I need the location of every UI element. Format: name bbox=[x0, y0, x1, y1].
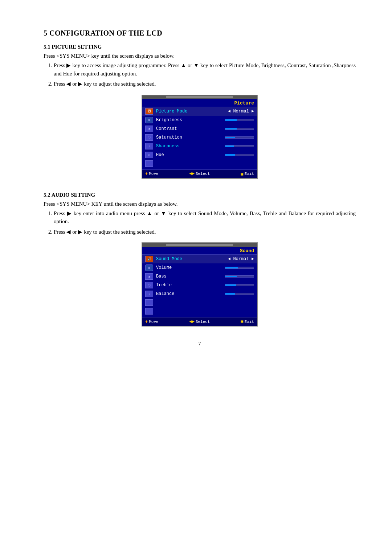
audio-osd-title: Sound bbox=[142, 247, 257, 255]
section-5: 5 CONFIGURATION OF THE LCD 5.1 PICTURE S… bbox=[44, 29, 356, 327]
audio-instruction-a: Press ▶ key enter into audio menu press … bbox=[54, 209, 356, 226]
select-icon: ◄► bbox=[189, 171, 194, 176]
move-icon: ♦ bbox=[145, 171, 148, 176]
audio-select-label: Select bbox=[196, 320, 210, 324]
osd-icon-brightness: ✿ bbox=[145, 117, 153, 123]
audio-osd-top-bar bbox=[142, 243, 257, 247]
osd-slider-volume bbox=[225, 267, 254, 269]
picture-instruction-a: Press ▶ key to access image adjusting pr… bbox=[54, 61, 356, 78]
osd-icon-spacer bbox=[145, 160, 153, 167]
section-title: 5 CONFIGURATION OF THE LCD bbox=[44, 29, 356, 37]
osd-row-contrast: ◑ Contrast bbox=[142, 124, 257, 133]
osd-slider-bass bbox=[225, 275, 254, 278]
subsection-52: 5.2 AUDIO SETTING Press <SYS MENU> KEY u… bbox=[44, 192, 356, 327]
osd-label-balance: Balance bbox=[156, 291, 225, 296]
osd-slider-track-treble bbox=[225, 284, 254, 286]
osd-slider-fill-balance bbox=[225, 293, 235, 295]
audio-osd-icon-spacer1 bbox=[145, 299, 153, 306]
osd-label-bass: Bass bbox=[156, 274, 225, 279]
osd-slider-hue bbox=[225, 154, 254, 156]
osd-slider-treble bbox=[225, 284, 254, 286]
audio-exit-label: Exit bbox=[245, 320, 254, 324]
osd-label-brightness: Brightness bbox=[156, 118, 225, 123]
picture-instruction-b: Press ◀ or ▶ key to adjust the setting s… bbox=[54, 80, 356, 88]
osd-row-volume: ✿ Volume bbox=[142, 263, 257, 272]
audio-osd-bottom-select: ◄► Select bbox=[189, 319, 210, 324]
osd-top-bar-inner bbox=[166, 96, 233, 98]
osd-slider-saturation bbox=[225, 136, 254, 139]
osd-icon-balance: ✦ bbox=[145, 291, 153, 297]
audio-instruction-b: Press ◀ or ▶ key to adjust the setting s… bbox=[54, 228, 356, 236]
osd-slider-track-hue bbox=[225, 154, 254, 156]
exit-label: Exit bbox=[245, 172, 254, 176]
osd-slider-fill-volume bbox=[225, 267, 238, 268]
osd-slider-balance bbox=[225, 293, 254, 295]
osd-bottom-exit: ▣ Exit bbox=[241, 171, 254, 177]
osd-icon-sharpness: ✦ bbox=[145, 143, 153, 149]
audio-osd-bottom-exit: ▣ Exit bbox=[241, 319, 254, 324]
audio-osd-top-bar-inner bbox=[166, 244, 233, 246]
osd-slider-contrast bbox=[225, 128, 254, 130]
osd-label-hue: Hue bbox=[156, 152, 225, 157]
osd-row-saturation: ⬡ Saturation bbox=[142, 133, 257, 142]
osd-label-sound-mode: Sound Mode bbox=[156, 257, 228, 262]
osd-slider-track-saturation bbox=[225, 136, 254, 139]
osd-icon-sound: 🔊 bbox=[145, 256, 153, 262]
picture-instructions: Press ▶ key to access image adjusting pr… bbox=[54, 61, 356, 88]
osd-label-sharpness: Sharpness bbox=[156, 144, 225, 149]
osd-spacer-row bbox=[142, 159, 257, 168]
osd-slider-track-bass bbox=[225, 275, 254, 278]
osd-slider-fill-brightness bbox=[225, 119, 237, 121]
audio-spacer-row-1 bbox=[142, 298, 257, 307]
osd-row-balance: ✦ Balance bbox=[142, 290, 257, 298]
osd-slider-fill-bass bbox=[225, 276, 237, 277]
subsection-52-title: 5.2 AUDIO SETTING bbox=[44, 192, 356, 198]
audio-move-icon: ♦ bbox=[145, 319, 148, 324]
subsection-51-title: 5.1 PICTURE SETTING bbox=[44, 44, 356, 50]
osd-slider-track-sharpness bbox=[225, 145, 254, 147]
osd-bottom-move: ♦ Move bbox=[145, 171, 159, 176]
audio-instructions: Press ▶ key enter into audio menu press … bbox=[54, 209, 356, 236]
osd-icon-treble: ⬡ bbox=[145, 282, 153, 288]
audio-osd-screen: Sound 🔊 Sound Mode ◄ Normal ► ✿ Volume bbox=[142, 242, 258, 327]
osd-slider-brightness bbox=[225, 119, 254, 121]
audio-osd-bottom-move: ♦ Move bbox=[145, 319, 159, 324]
osd-slider-track-contrast bbox=[225, 128, 254, 130]
audio-intro: Press <SYS MENU> KEY until the screen di… bbox=[44, 201, 356, 207]
audio-osd-container: Sound 🔊 Sound Mode ◄ Normal ► ✿ Volume bbox=[44, 242, 356, 327]
osd-row-brightness: ✿ Brightness bbox=[142, 116, 257, 124]
osd-slider-sharpness bbox=[225, 145, 254, 147]
osd-slider-fill-saturation bbox=[225, 137, 235, 138]
osd-slider-fill-hue bbox=[225, 154, 235, 156]
osd-label-treble: Treble bbox=[156, 283, 225, 288]
osd-bottom-select: ◄► Select bbox=[189, 171, 210, 176]
osd-slider-track-brightness bbox=[225, 119, 254, 121]
osd-label-volume: Volume bbox=[156, 265, 225, 270]
osd-slider-fill-treble bbox=[225, 284, 236, 286]
osd-slider-track-balance bbox=[225, 293, 254, 295]
audio-select-icon: ◄► bbox=[189, 319, 194, 324]
page-number: 7 bbox=[44, 341, 356, 347]
osd-label-saturation: Saturation bbox=[156, 135, 225, 140]
osd-top-bar bbox=[142, 95, 257, 99]
osd-row-picture-mode: 🖼 Picture Mode ◄ Normal ► bbox=[142, 107, 257, 116]
osd-value-sound-mode: ◄ Normal ► bbox=[228, 257, 254, 262]
osd-icon-picture: 🖼 bbox=[145, 108, 153, 115]
audio-move-label: Move bbox=[149, 320, 158, 324]
osd-icon-bass: ◑ bbox=[145, 273, 153, 280]
osd-icon-hue: ◎ bbox=[145, 152, 153, 158]
osd-icon-saturation: ⬡ bbox=[145, 134, 153, 141]
osd-slider-track-volume bbox=[225, 267, 254, 269]
picture-osd-title: Picture bbox=[142, 100, 257, 107]
picture-osd-container: Picture 🖼 Picture Mode ◄ Normal ► ✿ Brig… bbox=[44, 95, 356, 179]
osd-row-sound-mode: 🔊 Sound Mode ◄ Normal ► bbox=[142, 255, 257, 263]
exit-icon: ▣ bbox=[241, 171, 243, 177]
subsection-51: 5.1 PICTURE SETTING Press <SYS MENU> key… bbox=[44, 44, 356, 179]
osd-slider-fill-contrast bbox=[225, 128, 237, 130]
audio-osd-icon-spacer2 bbox=[145, 308, 153, 315]
picture-osd-screen: Picture 🖼 Picture Mode ◄ Normal ► ✿ Brig… bbox=[142, 95, 258, 179]
osd-slider-fill-sharpness bbox=[225, 145, 234, 147]
audio-osd-bottom: ♦ Move ◄► Select ▣ Exit bbox=[142, 317, 257, 326]
osd-icon-volume: ✿ bbox=[145, 264, 153, 271]
osd-row-treble: ⬡ Treble bbox=[142, 281, 257, 290]
